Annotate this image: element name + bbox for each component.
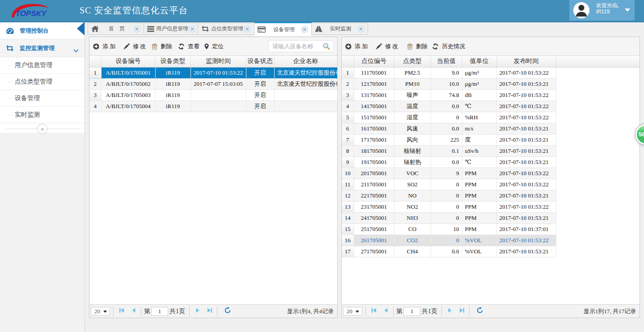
table-row[interactable]: 2121705001PM1010.0μg/m³2017-07-10 01:53:… [342,78,556,89]
page-number-input[interactable] [151,307,168,316]
page-size-select[interactable]: 20 [343,307,362,315]
tab-realtime[interactable]: 实时监测 [312,23,368,35]
tab-home[interactable]: 首 页 [88,23,144,35]
last-page-button[interactable] [457,307,467,316]
column-header[interactable]: 值单位 [462,56,496,67]
retweet-icon [6,45,14,51]
page-size-select[interactable]: 20 [91,307,110,315]
tab-label: 设备管理 [267,26,301,34]
tab-point-type[interactable]: 点位类型管理 [198,23,254,35]
add-button[interactable]: 添 加 [345,37,368,55]
edit-button[interactable]: 修 改 [123,37,146,55]
prev-page-button[interactable] [129,307,139,316]
table-row[interactable]: 14241705001NH30PPM2017-07-10 01:53:21 [342,212,556,223]
table-row[interactable]: 3A/BJLT/0/1705003iR119开启 [89,89,337,101]
table-row[interactable]: 6161705001风速0.0m/s2017-07-10 01:53:21 [342,123,556,134]
cell: 10.0 [431,78,462,89]
column-header[interactable]: 点类型 [394,56,431,67]
column-header[interactable]: 企业名称 [274,56,337,67]
close-icon[interactable] [134,26,140,32]
table-row[interactable]: 12221705001NO0PPM2017-07-10 01:53:21 [342,190,556,201]
edit-button[interactable]: 修 改 [376,37,398,55]
sidebar-submenu: 用户信息管理点位类型管理设备管理实时监测 [0,57,85,123]
cell: %VOL [462,246,496,257]
page-number-input[interactable] [403,307,420,316]
cell: 2017-07-10 01:53:22 [496,89,556,101]
table-row[interactable]: 7171705001风向225度2017-07-10 01:53:21 [342,134,556,145]
sidebar-item-dashboard[interactable]: 管理控制台 [0,22,85,39]
next-page-icon [195,307,201,315]
sidebar-menu: 管理控制台监控监测管理 [0,22,85,57]
table-row[interactable]: 1111705001PM2.59.0μg/m³2017-07-10 01:53:… [342,67,556,78]
table-row[interactable]: 8181705001核辐射0.1uSv/h2017-07-10 01:53:21 [342,145,556,156]
prev-page-icon [383,307,389,315]
column-header[interactable]: 点位编号 [354,56,394,67]
column-header[interactable]: 发布时间 [496,56,556,67]
sidebar-item-realtime[interactable]: 实时监测 [0,107,85,123]
table-row[interactable]: 10201705001VOC9PPM2017-07-10 01:53:22 [342,168,556,179]
close-icon[interactable] [189,26,195,32]
column-header[interactable]: 设备状态 [246,56,274,67]
column-header[interactable]: 设备编号 [101,56,155,67]
sidebar-item-monitor-mgmt[interactable]: 监控监测管理 [0,39,85,57]
delete-button[interactable]: 删除 [407,37,428,55]
table-row[interactable]: 16261705001CO20%VOL2017-07-10 01:53:22 [342,235,556,246]
cell: 0.1 [431,145,462,156]
reload-button[interactable] [223,307,233,316]
next-page-button[interactable] [445,307,455,316]
first-page-button[interactable] [117,307,127,316]
sidebar-collapse-button[interactable]: « [37,124,47,134]
column-header[interactable]: 设备类型 [155,56,191,67]
view-button[interactable]: 查看 [178,37,199,55]
map-marker-icon [204,43,209,50]
table-row[interactable]: 5151705001湿度0%RH2017-07-10 01:53:22 [342,112,556,123]
trash-icon [407,43,413,50]
table-row[interactable]: 4141705001温度0.0℃2017-07-10 01:53:22 [342,101,556,112]
sidebar-item-point-type[interactable]: 点位类型管理 [0,74,85,90]
first-page-button[interactable] [369,307,379,316]
last-page-button[interactable] [205,307,215,316]
sidebar-item-device[interactable]: 设备管理 [0,90,85,107]
svg-text:TOPSKY: TOPSKY [16,9,47,17]
tab-device[interactable]: 设备管理 [254,22,312,36]
device-search-input[interactable] [272,42,322,50]
tree-dash [7,65,12,66]
table-row[interactable]: 13231705001NO20PPM2017-07-10 01:53:22 [342,201,556,212]
main-area: 首 页用户信息管理点位类型管理设备管理实时监测 添 加修 改删除查看定位 设备编… [85,22,644,332]
cell: 北京凌天世纪控股股份有限公司 [274,67,337,78]
table-row[interactable]: 1A/BJLT/0/1705001iR1192017-07-10 01:53:2… [89,67,337,78]
cell: PM2.5 [394,67,431,78]
search-icon[interactable] [322,42,330,52]
table-row[interactable]: 4A/BJLT/0/1705004iR119开启 [89,101,337,112]
prev-page-button[interactable] [381,307,391,316]
add-button[interactable]: 添 加 [93,37,115,55]
table-row[interactable]: 15251705001CO10PPM2017-07-10 01:37:01 [342,223,556,235]
table-row[interactable]: 2A/BJLT/0/1705002iR1192017-07-07 15:03:0… [89,78,337,89]
cell: 北京凌天世纪控股股份有限公司 [274,78,337,89]
table-row[interactable]: 11211705001SO20PPM2017-07-10 01:53:22 [342,179,556,190]
device-table: 设备编号设备类型监测时间设备状态企业名称1A/BJLT/0/1705001iR1… [89,56,338,112]
cell: 74.8 [431,89,462,101]
history-button[interactable]: 历史情况 [432,37,465,55]
pencil-icon [376,43,382,50]
tab-user-info[interactable]: 用户信息管理 [144,23,198,35]
close-icon[interactable] [244,26,250,32]
column-header[interactable]: 监测时间 [191,56,246,67]
table-row[interactable]: 9191705001辐射热0.0℃2017-07-10 01:53:21 [342,156,556,168]
delete-button[interactable]: 删除 [152,37,172,55]
next-page-button[interactable] [193,307,203,316]
column-header[interactable]: 当前值 [431,56,462,67]
close-icon[interactable] [301,26,308,33]
badge-count: 56 [639,131,644,138]
cell: 231705001 [354,201,394,212]
locate-button[interactable]: 定位 [204,37,224,55]
close-icon[interactable] [358,26,364,32]
cell: 181705001 [354,145,394,156]
table-row[interactable]: 3131705001噪声74.8dB2017-07-10 01:53:22 [342,89,556,101]
reload-button[interactable] [475,307,485,316]
row-number-cell: 6 [342,123,354,134]
row-number-cell: 16 [342,235,354,246]
sidebar-item-user-info[interactable]: 用户信息管理 [0,57,85,74]
table-row[interactable]: 17271705001CH40.0%VOL2017-07-10 01:53:21 [342,246,556,257]
user-menu[interactable]: 欢迎光临, iR119 [569,0,635,21]
